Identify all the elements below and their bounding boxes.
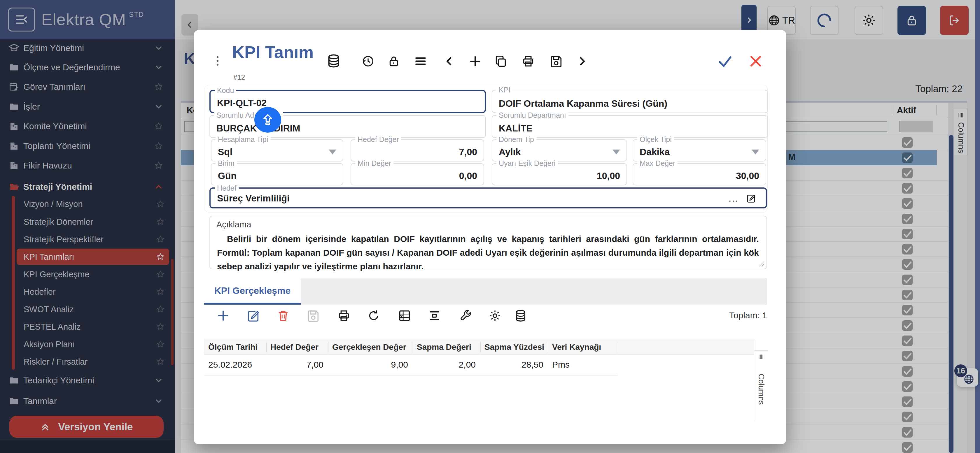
field-label: Hedef	[215, 184, 239, 192]
field-label: Max Değer	[637, 159, 678, 168]
column-header[interactable]: Sapma Değeri	[417, 340, 471, 354]
field-value: 10,00	[597, 170, 620, 181]
row-divider	[204, 375, 618, 375]
wrench-icon[interactable]	[459, 309, 472, 323]
caps-lock-icon	[260, 112, 275, 127]
delete-row-icon[interactable]	[277, 309, 290, 323]
excel-export-icon[interactable]	[398, 309, 411, 323]
pencil-icon[interactable]	[746, 193, 756, 203]
database-icon[interactable]	[326, 53, 341, 68]
field-label: Hedef Değer	[355, 135, 401, 144]
save-icon[interactable]	[549, 54, 563, 68]
kpi-definition-modal: KPI Tanım #12 Kodu KPI-QLT-02 KPI DOIF O…	[194, 30, 786, 444]
record-id: #12	[233, 73, 245, 81]
field-value: Süreç Verimliliği	[217, 193, 290, 204]
tab-kpi-gerceklesme[interactable]: KPI Gerçekleşme	[204, 278, 301, 305]
resize-handle-icon[interactable]	[759, 261, 764, 266]
cell-olcum-tarihi[interactable]: 25.02.2026	[208, 354, 252, 375]
cell-gerceklesen-deger[interactable]: 9,00	[332, 354, 408, 375]
column-separator	[266, 342, 267, 353]
kodu-field[interactable]: Kodu KPI-QLT-02	[209, 90, 486, 113]
field-value: KPI-QLT-02	[217, 98, 267, 108]
save-row-icon[interactable]	[307, 309, 320, 323]
column-header[interactable]: Sapma Yüzdesi	[484, 340, 544, 354]
column-header[interactable]: Ölçüm Tarihi	[208, 340, 258, 354]
aciklama-textarea[interactable]: Açıklama Belirli bir dönem içerisinde ka…	[209, 216, 767, 269]
hedef-field[interactable]: Hedef Süreç Verimliliği …	[209, 188, 767, 208]
field-label: Birim	[216, 159, 237, 168]
print-icon[interactable]	[337, 309, 351, 323]
field-label: Kodu	[215, 86, 236, 95]
subtable-columns-panel[interactable]: Columns	[754, 340, 768, 421]
columns-tab-label: Columns	[754, 363, 768, 415]
column-separator	[618, 342, 618, 353]
uyari-esik-degeri-field[interactable]: Uyarı Eşik Değeri 10,00	[492, 163, 627, 185]
subtable-total-count: Toplam: 1	[689, 310, 767, 320]
column-separator	[413, 342, 413, 353]
gear-icon[interactable]	[488, 309, 502, 323]
hesaplama-tipi-select[interactable]: Hesaplama Tipi Sql	[211, 139, 343, 162]
aciklama-text: Belirli bir dönem içerisinde kapatılan D…	[217, 232, 759, 273]
ellipsis-icon[interactable]: …	[728, 195, 738, 201]
field-value: 7,00	[459, 147, 477, 157]
kebab-menu-icon[interactable]	[211, 54, 224, 67]
field-label: KPI	[496, 86, 513, 94]
field-label: Uyarı Eşik Değeri	[496, 159, 558, 168]
menu-icon[interactable]	[414, 54, 427, 68]
close-button[interactable]	[748, 54, 763, 69]
add-record-icon[interactable]	[468, 54, 482, 68]
column-header[interactable]: Hedef Değer	[270, 340, 318, 354]
add-row-icon[interactable]	[216, 309, 230, 323]
column-header[interactable]: Veri Kaynağı	[552, 340, 601, 354]
tab-label: KPI Gerçekleşme	[215, 285, 291, 296]
cell-veri-kaynagi[interactable]: Pms	[552, 354, 570, 375]
hedef-deger-field[interactable]: Hedef Değer 7,00	[351, 139, 484, 162]
lock-icon[interactable]	[387, 54, 401, 68]
edit-row-icon[interactable]	[247, 309, 260, 323]
field-label: Hesaplama Tipi	[216, 135, 270, 144]
print-icon[interactable]	[522, 54, 535, 68]
column-header[interactable]: Gerçekleşen Değer	[332, 340, 406, 354]
field-value: Gün	[218, 170, 237, 181]
field-label: Ölçek Tipi	[637, 135, 674, 144]
field-value: Dakika	[640, 147, 670, 157]
row-layout-icon[interactable]	[428, 309, 441, 323]
field-value: 0,00	[459, 170, 477, 181]
confirm-button[interactable]	[717, 53, 733, 69]
dropdown-arrow-icon	[612, 149, 620, 154]
dropdown-arrow-icon	[752, 149, 759, 154]
database-icon[interactable]	[514, 309, 527, 323]
cell-sapma-degeri[interactable]: 2,00	[417, 354, 476, 375]
previous-record-icon[interactable]	[443, 54, 456, 68]
field-label: Sorumlu Departmanı	[496, 111, 568, 119]
donem-tip-select[interactable]: Dönem Tip Aylık	[492, 139, 627, 162]
field-label: Dönem Tip	[496, 135, 536, 144]
dropdown-arrow-icon	[329, 149, 336, 154]
grip-icon	[757, 353, 765, 361]
cell-hedef-deger[interactable]: 7,00	[270, 354, 323, 375]
kpi-field[interactable]: KPI DOIF Ortalama Kapanma Süresi (Gün)	[492, 90, 768, 113]
modal-title: KPI Tanım	[232, 42, 313, 62]
history-icon[interactable]	[361, 54, 375, 68]
birim-field[interactable]: Birim Gün	[211, 163, 343, 185]
sorumlu-adi-field[interactable]: Sorumlu Adı Soyadı BURÇAK YILDIRIM	[209, 115, 486, 138]
field-value: KALİTE	[499, 123, 533, 134]
refresh-icon[interactable]	[367, 309, 380, 323]
field-label: Açıklama	[216, 220, 251, 229]
caps-lock-indicator	[255, 107, 281, 133]
columns-panel-corner	[754, 340, 768, 351]
cell-sapma-yuzdesi[interactable]: 28,50	[484, 354, 543, 375]
field-value: Aylık	[499, 147, 520, 157]
min-deger-field[interactable]: Min Değer 0,00	[351, 163, 484, 185]
sorumlu-departmani-field[interactable]: Sorumlu Departmanı KALİTE	[492, 115, 768, 138]
olcek-tipi-select[interactable]: Ölçek Tipi Dakika	[633, 139, 766, 162]
max-deger-field[interactable]: Max Değer 30,00	[633, 163, 766, 185]
field-value: DOIF Ortalama Kapanma Süresi (Gün)	[499, 98, 667, 109]
copy-icon[interactable]	[494, 54, 508, 68]
field-value: 30,00	[736, 170, 759, 181]
app: Elektra QMSTD Eğitim Yönetimi Ölçme ve D…	[0, 0, 980, 453]
field-value: Sql	[218, 147, 232, 157]
next-record-icon[interactable]	[575, 54, 589, 68]
field-label: Min Değer	[355, 159, 393, 168]
